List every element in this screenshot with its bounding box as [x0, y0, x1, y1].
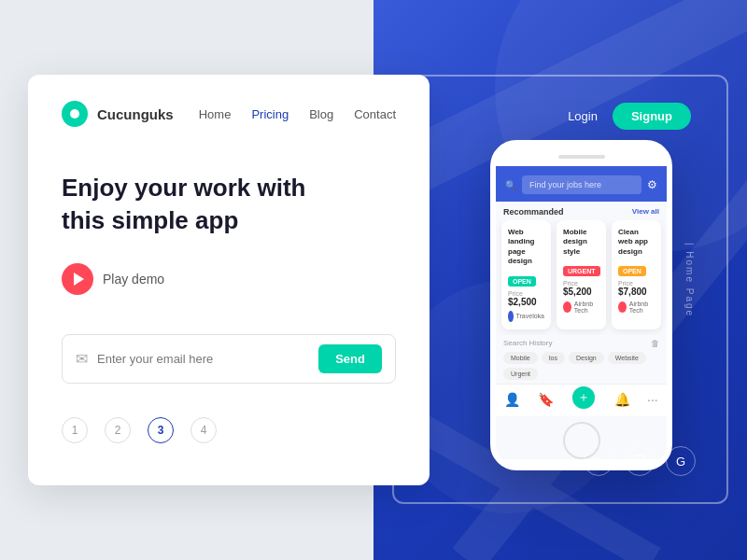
job-title-0: Web landing page design: [508, 228, 544, 267]
google-icon[interactable]: G: [666, 446, 696, 476]
tag-mobile[interactable]: Mobile: [503, 352, 538, 364]
nav-blog[interactable]: Blog: [309, 107, 333, 121]
phone-screen: 🔍 Find your jobs here ⚙ Recommanded View…: [496, 166, 667, 459]
dot-4[interactable]: 4: [190, 417, 217, 443]
job-company-2: Airbnb Tech: [618, 301, 655, 314]
email-icon: ✉: [76, 350, 88, 368]
phone-mockup: 🔍 Find your jobs here ⚙ Recommanded View…: [490, 140, 672, 470]
nav-more-icon[interactable]: ···: [647, 392, 658, 411]
search-history-header: Search History 🗑: [503, 339, 659, 348]
job-card-2[interactable]: Clean web app design OPEN Price $7,800 A…: [612, 220, 661, 329]
send-button[interactable]: Send: [318, 344, 382, 373]
phone-frame: 🔍 Find your jobs here ⚙ Recommanded View…: [490, 140, 672, 470]
nav-bell-icon[interactable]: 🔔: [614, 392, 630, 411]
phone-search-bar: 🔍 Find your jobs here ⚙: [496, 166, 667, 202]
nav-home[interactable]: Home: [199, 107, 232, 121]
email-input[interactable]: [97, 352, 309, 366]
job-card-0[interactable]: Web landing page design OPEN Price $2,50…: [501, 220, 551, 329]
phone-bottom-nav: 👤 🔖 ＋ 🔔 ···: [496, 384, 667, 416]
job-price-1: $5,200: [563, 287, 599, 297]
view-all-link[interactable]: View all: [632, 207, 659, 216]
phone-search-icon: 🔍: [505, 180, 516, 190]
play-demo-button[interactable]: Play demo: [62, 263, 396, 295]
phone-speaker: [558, 155, 605, 159]
company-icon-2: [618, 301, 627, 313]
social-icons-container: f G: [584, 446, 696, 476]
dot-3[interactable]: 3: [148, 417, 174, 443]
tag-urgent[interactable]: Urgent: [503, 368, 538, 380]
nav-contact[interactable]: Contact: [354, 107, 396, 121]
company-name-1: Airbnb Tech: [574, 301, 599, 314]
search-history-label: Search History: [503, 339, 552, 347]
nav-profile-icon[interactable]: 👤: [504, 392, 520, 411]
blue-panel-nav: Login Signup: [568, 103, 691, 130]
job-badge-0: OPEN: [508, 276, 536, 287]
search-history-section: Search History 🗑 Mobile Ios Design Websi…: [496, 335, 667, 384]
tag-ios[interactable]: Ios: [542, 352, 565, 364]
trash-icon[interactable]: 🗑: [651, 339, 659, 348]
recommended-section: Recommanded View all: [496, 202, 667, 220]
job-price-label-0: Price: [508, 290, 544, 297]
job-cards-container: Web landing page design OPEN Price $2,50…: [496, 220, 667, 335]
dot-1[interactable]: 1: [62, 417, 88, 443]
job-title-2: Clean web app design: [618, 228, 655, 257]
nav-links: Home Pricing Blog Contact: [199, 107, 396, 121]
nav-home-icon[interactable]: ＋: [571, 385, 597, 411]
phone-filter-icon[interactable]: ⚙: [647, 178, 657, 191]
search-tags-container: Mobile Ios Design Website Urgent: [503, 352, 659, 380]
company-icon-0: [508, 311, 514, 322]
play-icon: [62, 263, 93, 295]
job-card-1[interactable]: Mobile design style URGENT Price $5,200 …: [557, 220, 606, 329]
job-company-1: Airbnb Tech: [563, 301, 599, 314]
company-name-2: Airbnb Tech: [629, 301, 655, 314]
svg-rect-3: [634, 455, 645, 467]
job-price-label-1: Price: [563, 280, 599, 287]
job-price-2: $7,800: [618, 287, 655, 297]
email-form: ✉ Send: [62, 334, 396, 384]
company-name-0: Traveloka: [516, 313, 544, 319]
job-badge-1: URGENT: [563, 266, 600, 276]
side-page-label: | Home Page: [684, 243, 694, 317]
logo-icon: [62, 101, 88, 127]
recommended-label: Recommanded: [503, 207, 564, 217]
svg-point-4: [638, 459, 642, 464]
play-label: Play demo: [103, 272, 164, 287]
facebook-icon[interactable]: f: [584, 446, 613, 476]
tag-design[interactable]: Design: [569, 352, 604, 364]
job-badge-2: OPEN: [618, 266, 646, 276]
instagram-icon[interactable]: [625, 446, 655, 476]
logo-text: Cucunguks: [97, 106, 174, 122]
job-price-0: $2,500: [508, 297, 544, 307]
dot-2[interactable]: 2: [105, 417, 131, 443]
signup-button[interactable]: Signup: [613, 103, 691, 130]
navbar: Cucunguks Home Pricing Blog Contact: [62, 101, 396, 127]
svg-point-5: [642, 457, 643, 458]
job-company-0: Traveloka: [508, 311, 544, 322]
company-icon-1: [563, 301, 571, 313]
hero-title: Enjoy your work with this simple app: [62, 172, 323, 237]
tag-website[interactable]: Website: [608, 352, 646, 364]
job-title-1: Mobile design style: [563, 228, 599, 257]
pagination-dots: 1 2 3 4: [62, 417, 396, 443]
login-button[interactable]: Login: [568, 109, 598, 123]
job-price-label-2: Price: [618, 280, 655, 287]
nav-pricing[interactable]: Pricing: [251, 107, 289, 121]
nav-bookmark-icon[interactable]: 🔖: [538, 392, 554, 411]
phone-search-input[interactable]: Find your jobs here: [522, 175, 641, 194]
left-card: Cucunguks Home Pricing Blog Contact Enjo…: [28, 75, 430, 485]
